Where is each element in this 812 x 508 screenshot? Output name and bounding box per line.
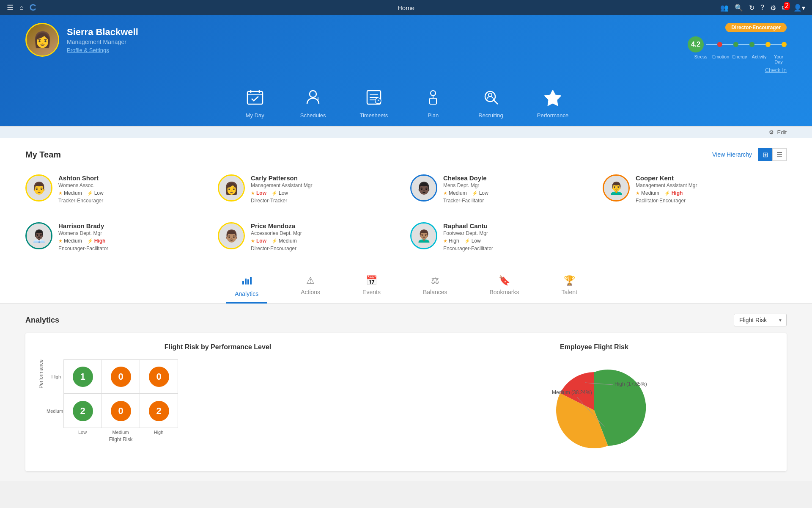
- tab-actions[interactable]: ⚠ Actions: [292, 272, 329, 304]
- energy-metric: ⚡ High: [87, 238, 106, 244]
- member-role: Womens Dept. Mgr: [58, 230, 209, 236]
- notifications-icon[interactable]: ✉2: [782, 4, 787, 12]
- tab-bookmarks[interactable]: 🔖 Bookmarks: [481, 272, 527, 304]
- tab-events[interactable]: 📅 Events: [354, 272, 389, 304]
- plan-label: Plan: [428, 112, 439, 119]
- grid-view-button[interactable]: ⊞: [758, 148, 772, 161]
- member-info-ashton: Ashton Short Womens Assoc. ★ Medium ⚡ Lo…: [58, 174, 209, 204]
- edit-bar: ⚙ Edit: [0, 126, 812, 138]
- timesheets-icon: [362, 86, 385, 109]
- help-icon[interactable]: ?: [760, 4, 764, 11]
- tab-balances[interactable]: ⚖ Balances: [414, 272, 456, 304]
- member-avatar-ashton: 👨: [25, 174, 52, 202]
- search-icon[interactable]: 🔍: [735, 4, 743, 12]
- view-hierarchy-link[interactable]: View Hierarchy: [712, 151, 752, 158]
- member-role: Mens Dept. Mgr: [443, 182, 594, 188]
- people-icon[interactable]: 👥: [720, 4, 729, 12]
- stress-metric: ★ Medium: [58, 190, 82, 196]
- energy-metric: ⚡ Low: [87, 190, 104, 196]
- hamburger-menu-icon[interactable]: ☰: [7, 3, 14, 12]
- stress-metric: ★ Medium: [636, 190, 659, 196]
- analytics-dropdown[interactable]: Flight Risk Performance Engagement: [734, 314, 787, 326]
- nav-timesheets[interactable]: Timesheets: [360, 86, 388, 119]
- member-name: Raphael Cantu: [443, 222, 594, 229]
- svg-point-14: [431, 91, 436, 96]
- balances-tab-label: Balances: [423, 289, 447, 295]
- team-member: 👨🏿‍💼 Harrison Brady Womens Dept. Mgr ★ M…: [25, 217, 209, 257]
- svg-rect-22: [245, 279, 247, 284]
- analytics-tab-icon: [241, 275, 252, 288]
- settings-icon[interactable]: ⚙: [770, 4, 776, 12]
- app-logo[interactable]: C: [30, 2, 36, 13]
- events-tab-label: Events: [362, 289, 381, 295]
- refresh-icon[interactable]: ↻: [749, 4, 754, 12]
- svg-rect-21: [242, 281, 244, 284]
- member-info-cooper: Cooper Kent Management Assistant Mgr ★ M…: [636, 174, 787, 204]
- analytics-header: Analytics Flight Risk Performance Engage…: [25, 314, 787, 326]
- team-member: 👨🏽‍🦱 Raphael Cantu Footwear Dept. Mgr ★ …: [410, 217, 594, 257]
- member-info-harrison: Harrison Brady Womens Dept. Mgr ★ Medium…: [58, 222, 209, 251]
- member-avatar-carly: 👩: [218, 174, 245, 202]
- edit-button[interactable]: ⚙ Edit: [769, 129, 787, 135]
- stress-metric: ★ Low: [251, 238, 266, 244]
- tab-talent[interactable]: 🏆 Talent: [553, 272, 586, 304]
- team-member: 👨🏽 Price Mendoza Accessories Dept. Mgr ★…: [218, 217, 402, 257]
- nav-recruiting[interactable]: Recruiting: [478, 86, 503, 119]
- nav-my-day[interactable]: My Day: [244, 86, 266, 119]
- high-pie-label: High (17.65%): [614, 381, 647, 387]
- balances-tab-icon: ⚖: [431, 275, 439, 286]
- avatar-face: 👩: [219, 176, 244, 200]
- member-tags: Director-Tracker: [251, 198, 402, 204]
- member-avatar-cooper: 👨‍🦱: [603, 174, 630, 202]
- nav-schedules[interactable]: Schedules: [300, 86, 326, 119]
- nav-performance[interactable]: Performance: [537, 86, 568, 119]
- energy-metric: ⚡ Medium: [272, 238, 297, 244]
- user-menu-icon[interactable]: 👤▾: [793, 4, 805, 12]
- analytics-section-title: Analytics: [25, 316, 59, 325]
- svg-line-18: [494, 100, 498, 104]
- stress-metric: ★ Low: [251, 190, 266, 196]
- medium-pie-label: Medium (38.24%): [552, 389, 592, 395]
- emotion-label: Emotion: [712, 54, 728, 64]
- tab-analytics[interactable]: Analytics: [226, 272, 267, 304]
- cell-medium-high: 2: [149, 401, 169, 421]
- user-avatar: 👩: [25, 23, 59, 57]
- stress-label: Stress: [693, 54, 709, 64]
- avatar-face: 👨: [27, 176, 51, 200]
- member-tags: Tracker-Facilitator: [443, 198, 594, 204]
- actions-tab-label: Actions: [301, 289, 320, 295]
- tabs-bar: Analytics ⚠ Actions 📅 Events ⚖ Balances …: [0, 267, 812, 304]
- bookmarks-tab-icon: 🔖: [499, 275, 510, 286]
- avatar-face: 👨🏿‍💼: [27, 224, 51, 248]
- wellness-bar: 4.2: [688, 36, 787, 52]
- avatar-image: 👩: [27, 24, 58, 55]
- cell-high-medium: 0: [111, 367, 131, 387]
- performance-label: Performance: [537, 112, 568, 119]
- analytics-tab-label: Analytics: [235, 290, 258, 297]
- avatar-face: 👨🏽‍🦱: [411, 224, 436, 248]
- chart2-title: Employee Flight Risk: [414, 343, 774, 351]
- team-member: 👨‍🦱 Cooper Kent Management Assistant Mgr…: [603, 169, 787, 209]
- member-avatar-price: 👨🏽: [218, 222, 245, 249]
- header-section: 👩 Sierra Blackwell Management Manager Pr…: [0, 15, 812, 126]
- team-header-right: View Hierarchy ⊞ ☰: [712, 148, 787, 161]
- notification-count: 2: [784, 2, 790, 10]
- member-tags: Encourager-Facilitator: [443, 246, 594, 251]
- home-icon[interactable]: ⌂: [19, 4, 24, 11]
- profile-settings-link[interactable]: Profile & Settings: [67, 47, 138, 53]
- my-team-section: My Team View Hierarchy ⊞ ☰ 👨 Ashton Shor…: [0, 138, 812, 267]
- talent-tab-icon: 🏆: [564, 275, 575, 286]
- svg-marker-20: [544, 90, 561, 106]
- cell-high-high: 0: [149, 367, 169, 387]
- gear-icon: ⚙: [769, 129, 774, 135]
- team-header: My Team View Hierarchy ⊞ ☰: [25, 148, 787, 161]
- yourday-label: Your Day: [771, 54, 787, 64]
- member-tags: Encourager-Facilitator: [58, 246, 209, 251]
- check-in-link[interactable]: Check In: [765, 67, 787, 73]
- pie-chart-svg: Medium (38.24%) High (17.65%): [539, 364, 649, 457]
- nav-plan[interactable]: Plan: [422, 86, 444, 119]
- stress-metric: ★ Medium: [58, 238, 82, 244]
- schedules-label: Schedules: [300, 112, 326, 119]
- list-view-button[interactable]: ☰: [772, 148, 787, 161]
- cell-high-low: 1: [73, 367, 93, 387]
